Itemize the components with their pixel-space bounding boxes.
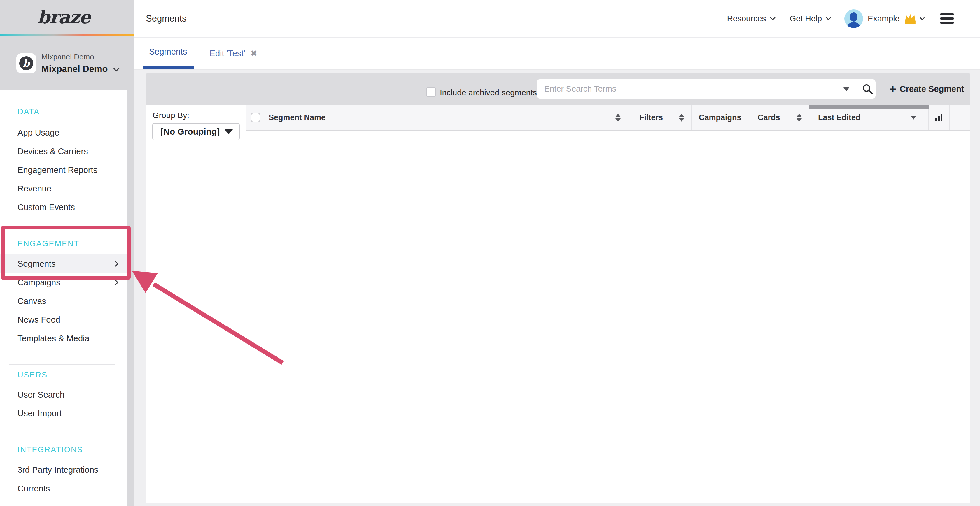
app-icon-letter: b [23, 57, 30, 69]
workspace-switcher[interactable]: b Mixpanel Demo Mixpanel Demo [0, 36, 134, 90]
sidebar-divider [9, 435, 116, 435]
select-all-checkbox[interactable] [251, 113, 260, 122]
sort-icon [679, 114, 684, 122]
search-input[interactable] [537, 79, 876, 98]
user-menu[interactable]: Example [845, 10, 924, 28]
sidebar-item-currents[interactable]: Currents [0, 479, 127, 498]
sidebar: braze b Mixpanel Demo Mixpanel Demo DATA… [0, 0, 134, 506]
resources-menu[interactable]: Resources [727, 14, 775, 23]
chevron-down-icon [113, 65, 120, 71]
content-row: Group By: [No Grouping] Segment Name [146, 105, 970, 503]
logo-block: braze [0, 0, 127, 34]
braze-logo[interactable]: braze [37, 6, 90, 28]
search-dropdown-caret-icon[interactable] [843, 87, 850, 91]
section-header-data: DATA [0, 107, 127, 116]
bar-chart-icon [933, 112, 945, 123]
sidebar-item-revenue[interactable]: Revenue [0, 179, 127, 198]
select-caret-icon [224, 129, 233, 134]
sidebar-item-canvas[interactable]: Canvas [0, 292, 127, 311]
hamburger-menu-icon[interactable] [940, 11, 954, 25]
column-header-segment-name[interactable]: Segment Name [265, 105, 628, 130]
workspace-name: Mixpanel Demo [41, 64, 108, 75]
sorted-column-indicator [809, 105, 929, 109]
section-header-users: USERS [0, 370, 127, 379]
workspace-labels: Mixpanel Demo Mixpanel Demo [41, 52, 119, 75]
include-archived-checkbox[interactable] [426, 87, 436, 97]
column-header-spacer [950, 105, 970, 130]
sort-icon [616, 114, 620, 122]
sidebar-item-engagement-reports[interactable]: Engagement Reports [0, 160, 127, 179]
braze-app: braze b Mixpanel Demo Mixpanel Demo DATA… [0, 0, 980, 506]
sort-desc-icon [911, 116, 916, 119]
get-help-menu[interactable]: Get Help [790, 14, 830, 23]
top-header: Segments Resources Get Help Example [134, 0, 980, 38]
sort-icon [797, 114, 802, 122]
plus-icon: + [889, 83, 896, 95]
chevron-down-icon [920, 15, 925, 20]
page-title: Segments [146, 0, 187, 37]
column-header-filters[interactable]: Filters [628, 105, 692, 130]
sidebar-item-campaigns[interactable]: Campaigns [0, 273, 127, 292]
select-all-cell [247, 105, 265, 130]
segments-toolbar: Include archived segments + Create Segme… [146, 73, 970, 105]
avatar [845, 10, 863, 28]
column-header-campaigns[interactable]: Campaigns [692, 105, 750, 130]
chevron-right-icon [113, 279, 118, 286]
crown-icon [904, 13, 917, 24]
group-by-label: Group By: [153, 111, 189, 120]
group-by-value: [No Grouping] [161, 127, 224, 137]
column-header-analytics[interactable] [929, 105, 950, 130]
sidebar-item-devices-carriers[interactable]: Devices & Carriers [0, 142, 127, 160]
tab-bar: Segments Edit 'Test' ✖ [134, 38, 980, 70]
section-header-integrations: INTEGRATIONS [0, 446, 127, 454]
sidebar-item-3rd-party-integrations[interactable]: 3rd Party Integrations [0, 460, 127, 479]
brand-gradient-divider [0, 34, 134, 36]
user-name: Example [868, 14, 899, 23]
group-by-panel: Group By: [No Grouping] [146, 105, 247, 503]
sidebar-item-user-import[interactable]: User Import [0, 404, 127, 423]
sidebar-item-segments[interactable]: Segments [0, 254, 127, 273]
sidebar-item-templates-media[interactable]: Templates & Media [0, 329, 127, 348]
chevron-right-icon [113, 261, 118, 267]
close-icon[interactable]: ✖ [251, 49, 257, 58]
workspace-app-icon: b [16, 53, 36, 73]
search-icon[interactable] [862, 83, 873, 95]
column-header-cards[interactable]: Cards [750, 105, 810, 130]
sidebar-item-custom-events[interactable]: Custom Events [0, 198, 127, 217]
section-header-engagement: ENGAGEMENT [0, 239, 127, 248]
chevron-down-icon [770, 15, 775, 20]
segments-panel: Include archived segments + Create Segme… [146, 73, 970, 503]
sidebar-nav: DATA App Usage Devices & Carriers Engage… [0, 90, 127, 506]
sidebar-divider [9, 364, 116, 365]
main-content: Include archived segments + Create Segme… [134, 70, 980, 506]
column-header-last-edited[interactable]: Last Edited [810, 105, 929, 130]
group-by-select[interactable]: [No Grouping] [152, 123, 240, 141]
sidebar-item-user-search[interactable]: User Search [0, 385, 127, 404]
header-actions: Resources Get Help Example [727, 0, 954, 37]
tab-segments[interactable]: Segments [143, 38, 194, 69]
tab-edit-test[interactable]: Edit 'Test' ✖ [203, 38, 264, 69]
segments-table: Segment Name Filters Campaigns Cards [247, 105, 970, 503]
table-body [247, 130, 970, 503]
sidebar-item-news-feed[interactable]: News Feed [0, 311, 127, 329]
chevron-down-icon [826, 15, 831, 20]
include-archived-label: Include archived segments [440, 88, 537, 97]
sidebar-item-app-usage[interactable]: App Usage [0, 123, 127, 142]
company-name: Mixpanel Demo [41, 52, 119, 62]
create-segment-button[interactable]: + Create Segment [883, 73, 970, 105]
table-header-row: Segment Name Filters Campaigns Cards [247, 105, 970, 130]
